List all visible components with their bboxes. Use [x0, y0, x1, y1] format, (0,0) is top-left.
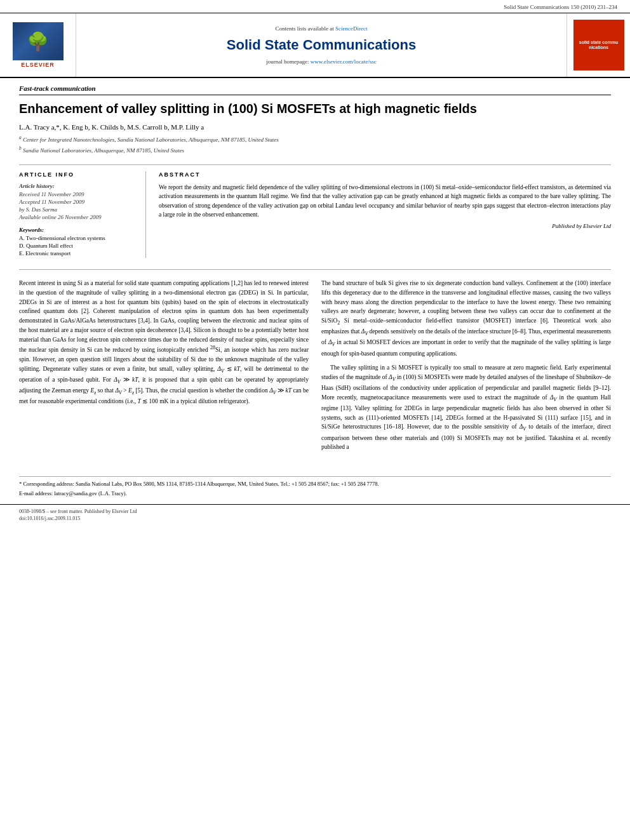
affil-text-b: Sandia National Laboratories, Albuquerqu…: [23, 147, 184, 154]
keywords-section: Keywords: A. Two-dimensional electron sy…: [19, 227, 137, 257]
homepage-link[interactable]: www.elsevier.com/locate/ssc: [311, 58, 377, 65]
history-label: Article history:: [19, 183, 137, 189]
history-accepted: Accepted 11 November 2009: [19, 199, 137, 205]
elsevier-logo-img: 🌳: [13, 22, 64, 60]
affil-sup-a: a: [19, 135, 22, 140]
history-by: by S. Das Sarma: [19, 206, 137, 213]
article-meta-section: ARTICLE INFO Article history: Received 1…: [19, 164, 611, 258]
journal-header-left: 🌳 ELSEVIER: [0, 13, 76, 77]
journal-homepage: journal homepage: www.elsevier.com/locat…: [266, 58, 376, 65]
keyword-2: D. Quantum Hall effect: [19, 243, 137, 249]
journal-title-main: Solid State Communications: [227, 37, 416, 53]
body-para-1: Recent interest in using Si as a materia…: [19, 279, 309, 406]
footer-doi: doi:10.1016/j.ssc.2009.11.015: [19, 516, 611, 521]
affil-text-a: Center for Integrated Nanotechnologies, …: [23, 137, 279, 143]
page-wrapper: Solid State Communications 150 (2010) 23…: [0, 0, 630, 840]
elsevier-tree-icon: 🌳: [27, 31, 49, 52]
journal-logo-title: solid state commu nications: [573, 40, 624, 51]
article-info-col: ARTICLE INFO Article history: Received 1…: [19, 171, 146, 258]
keywords-label: Keywords:: [19, 227, 137, 233]
abstract-heading: ABSTRACT: [159, 171, 611, 178]
citation-text: Solid State Communications 150 (2010) 23…: [504, 4, 617, 10]
authors: L.A. Tracy a,*, K. Eng b, K. Childs b, M…: [19, 123, 611, 131]
journal-logo-box: solid state commu nications: [573, 20, 624, 70]
history-available: Available online 26 November 2009: [19, 214, 137, 220]
journal-header-center: Contents lists available at ScienceDirec…: [76, 13, 566, 77]
body-para-2: The band structure of bulk Si gives rise…: [321, 279, 611, 358]
authors-text: L.A. Tracy a,*, K. Eng b, K. Childs b, M…: [19, 123, 204, 131]
homepage-label: journal homepage:: [266, 58, 309, 65]
affil-sup-b: b: [19, 145, 22, 151]
science-direct-link[interactable]: ScienceDirect: [335, 25, 367, 32]
body-col-right: The band structure of bulk Si gives rise…: [321, 279, 611, 457]
keyword-1: A. Two-dimensional electron systems: [19, 235, 137, 241]
article-content: Fast-track communication Enhancement of …: [0, 78, 630, 470]
history-received: Received 11 November 2009: [19, 191, 137, 197]
page-footer: 0038-1098/$ – see front matter. Publishe…: [0, 504, 630, 526]
body-col-left: Recent interest in using Si as a materia…: [19, 279, 309, 457]
contents-text: Contents lists available at: [276, 25, 334, 32]
abstract-col: ABSTRACT We report the density and magne…: [159, 171, 611, 258]
abstract-text: We report the density and magnetic field…: [159, 183, 611, 219]
body-section: Recent interest in using Si as a materia…: [19, 269, 611, 457]
article-title: Enhancement of valley splitting in (100)…: [19, 100, 611, 117]
elsevier-logo: 🌳 ELSEVIER: [13, 22, 64, 68]
footer-issn: 0038-1098/$ – see front matter. Publishe…: [19, 509, 611, 514]
journal-header: 🌳 ELSEVIER Contents lists available at S…: [0, 13, 630, 78]
footnote-email: E-mail address: latracy@sandia.gov (L.A.…: [19, 490, 611, 498]
keyword-3: E. Electronic transport: [19, 250, 137, 257]
top-citation: Solid State Communications 150 (2010) 23…: [0, 0, 630, 13]
footnote-star: * Corresponding address: Sandia National…: [19, 481, 611, 488]
contents-line: Contents lists available at ScienceDirec…: [276, 25, 368, 32]
affiliation-b: b Sandia National Laboratories, Albuquer…: [19, 145, 611, 155]
affiliations: a Center for Integrated Nanotechnologies…: [19, 135, 611, 154]
journal-header-right: solid state commu nications: [566, 13, 630, 77]
article-history: Article history: Received 11 November 20…: [19, 183, 137, 220]
elsevier-text: ELSEVIER: [21, 62, 55, 68]
published-line: Published by Elsevier Ltd: [159, 223, 611, 229]
footnote-section: * Corresponding address: Sandia National…: [19, 476, 611, 498]
body-para-3: The valley splitting in a Si MOSFET is t…: [321, 363, 611, 452]
affiliation-a: a Center for Integrated Nanotechnologies…: [19, 135, 611, 144]
article-info-heading: ARTICLE INFO: [19, 171, 137, 178]
article-type: Fast-track communication: [19, 84, 611, 95]
